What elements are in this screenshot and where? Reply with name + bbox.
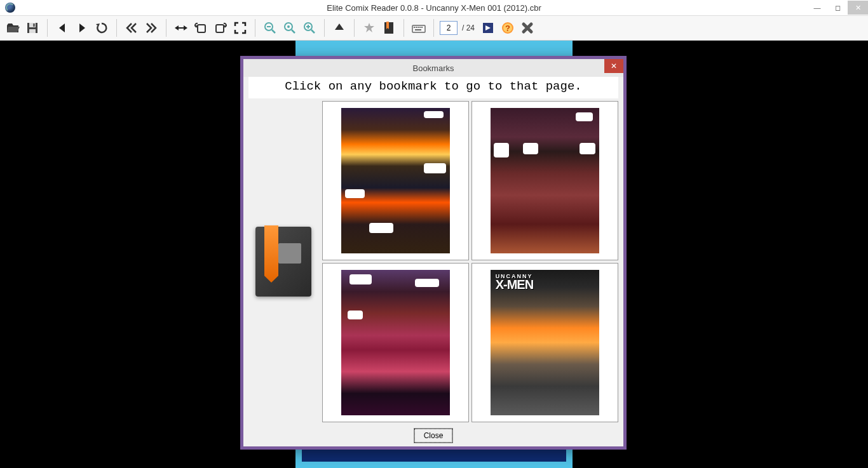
svg-line-11 bbox=[292, 30, 295, 33]
save-button[interactable] bbox=[24, 19, 41, 37]
dialog-instruction: Click on any bookmark to go to that page… bbox=[248, 77, 618, 98]
refresh-button[interactable] bbox=[93, 19, 111, 37]
toolbar-separator bbox=[47, 19, 48, 37]
zoom-reset-button[interactable] bbox=[281, 19, 299, 37]
svg-rect-23 bbox=[421, 27, 423, 28]
thumb-image: UNCANNY X-MEN bbox=[491, 270, 600, 415]
dialog-close-icon[interactable]: ✕ bbox=[604, 59, 623, 73]
window-titlebar: Elite Comix Reader 0.0.8 - Uncanny X-Men… bbox=[0, 0, 868, 15]
bookmark-sidebar bbox=[248, 101, 318, 422]
bookmark-thumb-3[interactable] bbox=[322, 263, 469, 422]
svg-line-8 bbox=[272, 30, 275, 33]
thumb-image bbox=[341, 270, 451, 415]
page-number-input[interactable] bbox=[440, 21, 458, 35]
dialog-titlebar[interactable]: Bookmarks ✕ bbox=[243, 59, 623, 77]
fullscreen-button[interactable] bbox=[231, 19, 249, 37]
bookmark-thumb-2[interactable] bbox=[471, 101, 618, 260]
scroll-up-button[interactable] bbox=[330, 19, 348, 37]
page-total-label: / 24 bbox=[462, 23, 475, 32]
keyboard-button[interactable] bbox=[410, 19, 428, 37]
svg-point-12 bbox=[287, 25, 290, 28]
toolbar-separator bbox=[403, 19, 404, 37]
bookmarks-dialog: Bookmarks ✕ Click on any bookmark to go … bbox=[240, 56, 627, 450]
zoom-out-button[interactable] bbox=[261, 19, 279, 37]
fit-width-button[interactable] bbox=[172, 19, 190, 37]
thumb-image bbox=[341, 108, 451, 253]
rotate-cw-button[interactable] bbox=[212, 19, 229, 37]
prev-page-button[interactable] bbox=[53, 19, 71, 37]
rotate-ccw-button[interactable] bbox=[192, 19, 210, 37]
window-title: Elite Comix Reader 0.0.8 - Uncanny X-Men… bbox=[327, 3, 541, 13]
bookmark-thumb-4[interactable]: UNCANNY X-MEN bbox=[471, 263, 618, 422]
bookmark-button[interactable] bbox=[380, 19, 398, 37]
svg-rect-22 bbox=[419, 27, 421, 28]
svg-rect-20 bbox=[416, 27, 417, 28]
toolbar-separator bbox=[433, 19, 434, 37]
dialog-body: UNCANNY X-MEN bbox=[243, 98, 623, 425]
dialog-footer: Close bbox=[243, 425, 623, 446]
toolbar-separator bbox=[116, 19, 117, 37]
bookmark-thumb-1[interactable] bbox=[322, 101, 469, 260]
first-page-button[interactable] bbox=[123, 19, 140, 37]
minimize-button[interactable]: — bbox=[807, 1, 827, 15]
help-button[interactable]: ? bbox=[499, 19, 517, 37]
svg-rect-5 bbox=[198, 25, 205, 32]
next-page-button[interactable] bbox=[73, 19, 91, 37]
main-toolbar: / 24 ? bbox=[0, 15, 868, 41]
svg-rect-21 bbox=[417, 27, 419, 28]
goto-page-button[interactable] bbox=[479, 19, 497, 37]
window-controls: — ◻ ✕ bbox=[807, 1, 868, 15]
bookmark-icon bbox=[255, 227, 311, 297]
svg-line-14 bbox=[311, 30, 315, 33]
toolbar-separator bbox=[255, 19, 255, 37]
svg-rect-3 bbox=[29, 29, 36, 33]
svg-rect-18 bbox=[412, 25, 425, 32]
zoom-in-button[interactable] bbox=[301, 19, 318, 37]
maximize-button[interactable]: ◻ bbox=[827, 1, 848, 15]
close-window-button[interactable]: ✕ bbox=[848, 1, 868, 15]
svg-rect-6 bbox=[216, 25, 224, 32]
cover-logo: UNCANNY X-MEN bbox=[496, 274, 595, 290]
toolbar-separator bbox=[354, 19, 355, 37]
app-icon bbox=[5, 3, 15, 13]
close-button[interactable]: Close bbox=[414, 429, 453, 443]
bookmark-grid: UNCANNY X-MEN bbox=[322, 101, 618, 422]
svg-rect-2 bbox=[33, 23, 35, 27]
last-page-button[interactable] bbox=[142, 19, 160, 37]
svg-rect-19 bbox=[414, 27, 415, 28]
favorite-button[interactable] bbox=[360, 19, 378, 37]
exit-button[interactable] bbox=[519, 19, 536, 37]
toolbar-separator bbox=[166, 19, 166, 37]
thumb-image bbox=[491, 108, 600, 253]
dialog-title: Bookmarks bbox=[412, 64, 454, 73]
svg-rect-24 bbox=[415, 29, 421, 30]
svg-text:?: ? bbox=[505, 23, 510, 33]
open-button[interactable] bbox=[4, 19, 22, 37]
toolbar-separator bbox=[324, 19, 325, 37]
